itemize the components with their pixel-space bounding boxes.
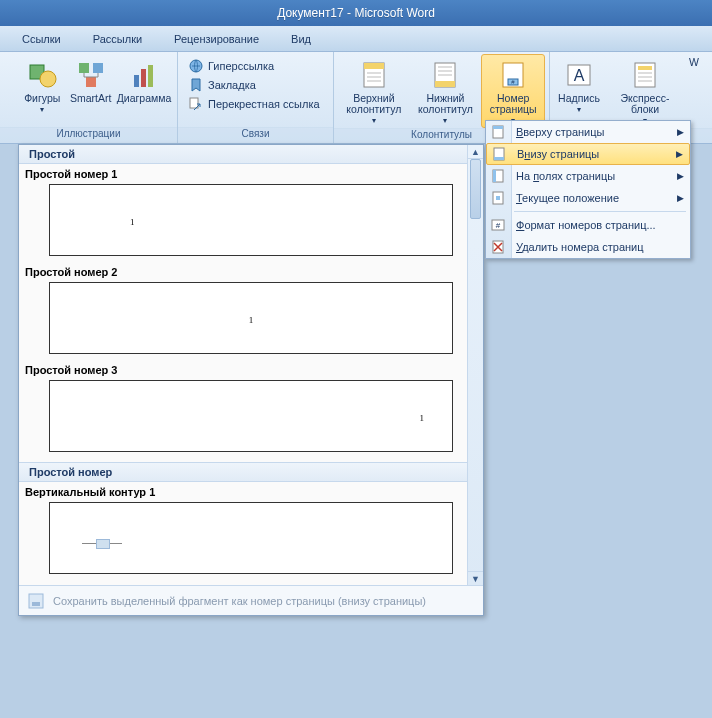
menu-page-margins[interactable]: На полях страницы ▶ xyxy=(486,165,690,187)
quick-parts-icon xyxy=(629,59,661,91)
crossref-button[interactable]: Перекрестная ссылка xyxy=(188,96,320,112)
gallery-item-title: Простой номер 1 xyxy=(19,164,467,182)
menu-bottom-of-page[interactable]: Внизу страницы ▶ xyxy=(486,143,690,165)
svg-rect-35 xyxy=(493,170,496,182)
textbox-icon: A xyxy=(563,59,595,91)
chevron-down-icon: ▾ xyxy=(443,116,447,125)
svg-rect-33 xyxy=(494,157,504,160)
page-number-button[interactable]: # Номер страницы ▾ xyxy=(481,54,545,128)
ribbon-tabs: Ссылки Рассылки Рецензирование Вид xyxy=(0,26,712,52)
smartart-icon xyxy=(75,59,107,91)
save-selection-icon xyxy=(27,592,45,610)
wordart-button[interactable]: W xyxy=(686,54,702,71)
crossref-icon xyxy=(188,96,204,112)
header-icon xyxy=(358,59,390,91)
gallery-category: Простой xyxy=(19,145,467,164)
smartart-button[interactable]: SmartArt xyxy=(67,54,116,107)
svg-rect-26 xyxy=(638,66,652,70)
gallery-item-plain-1[interactable]: 1 xyxy=(49,184,453,256)
clip-art-button[interactable] xyxy=(4,54,18,114)
current-position-icon xyxy=(490,190,506,206)
chevron-down-icon: ▾ xyxy=(577,105,581,114)
svg-rect-16 xyxy=(435,81,455,87)
group-label-links: Связи xyxy=(178,127,333,143)
gallery-item-vertical-contour-1[interactable] xyxy=(49,502,453,574)
svg-rect-37 xyxy=(496,196,500,200)
menu-top-of-page[interactable]: Вверху страницы ▶ xyxy=(486,121,690,143)
page-number-menu: Вверху страницы ▶ Внизу страницы ▶ На по… xyxy=(485,120,691,259)
submenu-arrow-icon: ▶ xyxy=(677,171,684,181)
tab-view[interactable]: Вид xyxy=(275,29,327,49)
save-selection-label[interactable]: Сохранить выделенный фрагмент как номер … xyxy=(53,595,426,607)
submenu-arrow-icon: ▶ xyxy=(677,193,684,203)
svg-point-1 xyxy=(40,71,56,87)
gallery-item-title: Простой номер 2 xyxy=(19,262,467,280)
svg-rect-42 xyxy=(32,602,40,606)
svg-rect-3 xyxy=(93,63,103,73)
menu-current-position[interactable]: Текущее положение ▶ xyxy=(486,187,690,209)
tab-references[interactable]: Ссылки xyxy=(6,29,77,49)
page-number-icon: # xyxy=(497,59,529,91)
page-number-gallery: Простой Простой номер 1 1 Простой номер … xyxy=(18,144,484,616)
chart-button[interactable]: Диаграмма xyxy=(115,54,173,107)
svg-text:A: A xyxy=(574,67,585,84)
submenu-arrow-icon: ▶ xyxy=(677,127,684,137)
gallery-item-plain-3[interactable]: 1 xyxy=(49,380,453,452)
page-margins-icon xyxy=(490,168,506,184)
svg-rect-31 xyxy=(493,126,503,129)
format-icon: # xyxy=(490,217,506,233)
submenu-arrow-icon: ▶ xyxy=(676,149,683,159)
title-bar: Документ17 - Microsoft Word xyxy=(0,0,712,26)
svg-rect-7 xyxy=(148,65,153,87)
chart-icon xyxy=(128,59,160,91)
menu-format-page-numbers[interactable]: # Формат номеров страниц... xyxy=(486,214,690,236)
svg-rect-4 xyxy=(86,77,96,87)
page-bottom-icon xyxy=(491,146,507,162)
page-top-icon xyxy=(490,124,506,140)
gallery-item-plain-2[interactable]: 1 xyxy=(49,282,453,354)
svg-rect-5 xyxy=(134,75,139,87)
svg-text:#: # xyxy=(496,221,501,230)
hyperlink-icon xyxy=(188,58,204,74)
gallery-item-title: Простой номер 3 xyxy=(19,360,467,378)
gallery-scrollbar[interactable]: ▲ ▼ xyxy=(467,145,483,585)
textbox-button[interactable]: A Надпись ▾ xyxy=(554,54,604,117)
header-button[interactable]: Верхний колонтитул ▾ xyxy=(338,54,410,128)
chevron-down-icon: ▾ xyxy=(372,116,376,125)
shapes-icon xyxy=(26,59,58,91)
scroll-thumb[interactable] xyxy=(470,159,481,219)
bookmark-button[interactable]: Закладка xyxy=(188,77,320,93)
tab-review[interactable]: Рецензирование xyxy=(158,29,275,49)
svg-rect-6 xyxy=(141,69,146,87)
remove-icon xyxy=(490,239,506,255)
shapes-button[interactable]: Фигуры ▾ xyxy=(18,54,67,117)
scroll-down-icon[interactable]: ▼ xyxy=(468,571,483,585)
chevron-down-icon: ▾ xyxy=(40,105,44,114)
menu-remove-page-numbers[interactable]: Удалить номера страниц xyxy=(486,236,690,258)
footer-button[interactable]: Нижний колонтитул ▾ xyxy=(410,54,482,128)
quick-parts-button[interactable]: Экспресс-блоки ▾ xyxy=(604,54,686,128)
window-title: Документ17 - Microsoft Word xyxy=(277,6,435,20)
hyperlink-button[interactable]: Гиперссылка xyxy=(188,58,320,74)
gallery-footer: Сохранить выделенный фрагмент как номер … xyxy=(19,585,483,615)
svg-rect-2 xyxy=(79,63,89,73)
gallery-item-title: Вертикальный контур 1 xyxy=(19,482,467,500)
svg-rect-11 xyxy=(364,63,384,69)
scroll-up-icon[interactable]: ▲ xyxy=(468,145,483,159)
footer-icon xyxy=(429,59,461,91)
bookmark-icon xyxy=(188,77,204,93)
group-label-illustrations: Иллюстрации xyxy=(0,127,177,143)
tab-mailings[interactable]: Рассылки xyxy=(77,29,158,49)
gallery-category: Простой номер xyxy=(19,462,467,482)
